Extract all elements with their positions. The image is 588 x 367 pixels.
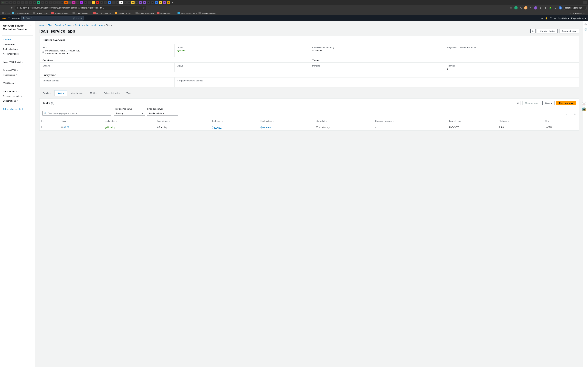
sidebar-item-install-copilot[interactable]: Install AWS Copilot <box>0 60 35 64</box>
bookmark-item[interactable]: Making a Video Co... <box>136 12 155 14</box>
browser-tab[interactable]: ▶ <box>96 1 99 4</box>
copy-icon[interactable]: ⧉ <box>61 126 63 128</box>
extension-icon[interactable]: ● <box>534 6 537 9</box>
sidebar-item-amazon-ecr[interactable]: Amazon ECR <box>0 68 35 73</box>
tab-scheduled-tasks[interactable]: Scheduled tasks <box>100 90 123 96</box>
bookmark-item[interactable]: Dart - Dart API docs <box>178 12 197 14</box>
browser-tab[interactable]: ⚙ <box>127 1 130 4</box>
notifications-icon[interactable]: 🔔 <box>545 17 548 19</box>
manage-tags-button[interactable]: Manage tags <box>522 101 541 105</box>
sidebar-close-icon[interactable]: ✕ <box>30 24 32 27</box>
browser-tab[interactable]: ○ <box>56 1 60 4</box>
browser-tab[interactable]: ◉ <box>147 1 150 4</box>
browser-tab[interactable]: ● <box>143 1 146 4</box>
tab-services[interactable]: Services <box>39 90 54 96</box>
float-help-icon[interactable]: ◉ <box>582 108 586 111</box>
browser-tab[interactable]: ⚙ <box>33 1 36 4</box>
new-tab-button[interactable]: + <box>171 1 174 4</box>
bookmark-item[interactable]: Get to know Fireb... <box>115 12 134 14</box>
extensions-menu-icon[interactable]: 🧩 <box>549 6 552 9</box>
extension-icon[interactable]: ✎ <box>529 6 532 9</box>
copy-icon[interactable]: ⧉ <box>43 51 44 54</box>
filter-tasks-input[interactable]: 🔍 Filter tasks by property or value <box>43 111 111 116</box>
tab-tasks[interactable]: Tasks <box>54 90 67 96</box>
services-menu-icon[interactable]: ⠿ <box>8 17 10 20</box>
browser-tab[interactable]: dc <box>76 1 79 4</box>
info-panel-icon[interactable]: ⓘ <box>585 23 587 26</box>
sidebar-item-namespaces[interactable]: Namespaces <box>0 42 35 47</box>
breadcrumb-link[interactable]: loan_service_app <box>86 24 103 26</box>
site-settings-icon[interactable]: ⚙ <box>17 7 18 9</box>
run-new-task-button[interactable]: Run new task <box>556 101 576 105</box>
filter-launch-type-select[interactable]: Any launch type <box>147 111 178 116</box>
browser-tab[interactable]: F <box>1 1 5 4</box>
browser-tab[interactable]: ⚙ <box>5 1 9 4</box>
browser-tab[interactable]: k <box>112 1 115 4</box>
all-bookmarks-button[interactable]: ▭All Bookmarks <box>573 12 586 14</box>
tab-infrastructure[interactable]: Infrastructure <box>67 90 87 96</box>
reload-button[interactable]: ⟳ <box>10 7 13 9</box>
col-started-at[interactable]: Started at▽ <box>314 118 373 124</box>
reading-list-icon[interactable]: ☰ <box>554 6 557 9</box>
help-icon[interactable]: ⓘ <box>550 17 552 20</box>
browser-tab[interactable]: ⚙ <box>52 1 56 4</box>
browser-tab[interactable]: ⚙ <box>135 1 138 4</box>
tab-metrics[interactable]: Metrics <box>87 90 100 96</box>
browser-tab[interactable]: ▦ <box>120 1 123 4</box>
col-last-status[interactable]: Last status▽ <box>103 118 155 124</box>
prev-page-button[interactable]: ‹ <box>566 113 567 116</box>
bookmark-item[interactable]: Flutter <box>2 12 10 14</box>
relaunch-button[interactable]: Relaunch to update ⋮ <box>563 6 587 10</box>
browser-tab[interactable]: ◉ <box>151 1 154 4</box>
task-definition-link[interactable]: first_run_t... <box>212 126 223 129</box>
region-selector[interactable]: Stockholm ▾ <box>558 17 569 19</box>
extension-icon[interactable]: ▦ <box>544 6 547 9</box>
refresh-button[interactable]: ⟳ <box>530 29 536 33</box>
browser-tab[interactable]: ○ <box>88 1 91 4</box>
profile-avatar[interactable]: C <box>559 6 562 9</box>
refresh-tasks-button[interactable]: ⟳ <box>516 101 521 105</box>
sidebar-item-subscriptions[interactable]: Subscriptions <box>0 99 35 103</box>
select-all-checkbox[interactable] <box>42 120 44 122</box>
sidebar-item-aws-batch[interactable]: AWS Batch <box>0 81 35 85</box>
col-task-definition[interactable]: Task de...▽ <box>210 118 259 124</box>
sidebar-item-discover[interactable]: Discover products <box>0 94 35 99</box>
browser-tab[interactable]: ⚙ <box>123 1 127 4</box>
browser-tab[interactable]: ▦ <box>163 1 166 4</box>
browser-tab[interactable]: ● <box>139 1 142 4</box>
update-cluster-button[interactable]: Update cluster <box>537 29 557 33</box>
filter-desired-status-select[interactable]: Running <box>114 111 145 116</box>
sidebar-item-documentation[interactable]: Documentation <box>0 89 35 94</box>
services-menu[interactable]: Services <box>11 17 20 20</box>
browser-tab[interactable]: ⚙ <box>25 1 28 4</box>
browser-tab[interactable]: ▦ <box>155 1 158 4</box>
sidebar-item-account-settings[interactable]: Account settings <box>0 51 35 56</box>
browser-tab[interactable]: ⚙ <box>29 1 32 4</box>
bookmark-item[interactable]: Flutter documenta... <box>12 12 31 14</box>
settings-icon[interactable]: ⚙ <box>554 17 556 19</box>
breadcrumb-link[interactable]: Clusters <box>75 24 83 26</box>
browser-tab[interactable]: ☺ <box>92 1 95 4</box>
bookmark-item[interactable]: Welcome to DataT... <box>51 12 70 14</box>
bookmarks-overflow[interactable]: » <box>569 12 571 14</box>
browser-tab[interactable]: ⚙ <box>9 1 12 4</box>
browser-tab[interactable]: ✎ <box>80 1 83 4</box>
aws-logo[interactable]: aws <box>2 17 7 20</box>
browser-tab[interactable]: ⚙ <box>17 1 20 4</box>
browser-tab[interactable]: ◉ <box>72 1 76 4</box>
float-docs-icon[interactable]: 📖 <box>582 101 586 106</box>
browser-tab[interactable]: ◆ <box>115 1 119 4</box>
browser-tab[interactable]: ● <box>37 1 40 4</box>
sidebar-item-feedback[interactable]: Tell us what you think <box>0 107 35 111</box>
bookmark-item[interactable]: Postgresql import... <box>157 12 176 14</box>
sidebar-item-task-definitions[interactable]: Task definitions <box>0 47 35 51</box>
breadcrumb-link[interactable]: Amazon Elastic Container Service <box>39 24 72 26</box>
extension-icon[interactable]: ◉ <box>539 6 542 9</box>
browser-tab[interactable]: ○ <box>104 1 107 4</box>
stop-task-button[interactable]: Stop <box>542 101 555 105</box>
browser-tab[interactable]: ▦ <box>159 1 162 4</box>
sidebar-item-repositories[interactable]: Repositories <box>0 73 35 77</box>
bookmark-item[interactable]: The App Brewery <box>33 12 49 14</box>
forward-button[interactable]: → <box>6 7 9 9</box>
sidebar-item-clusters[interactable]: Clusters <box>0 37 35 42</box>
